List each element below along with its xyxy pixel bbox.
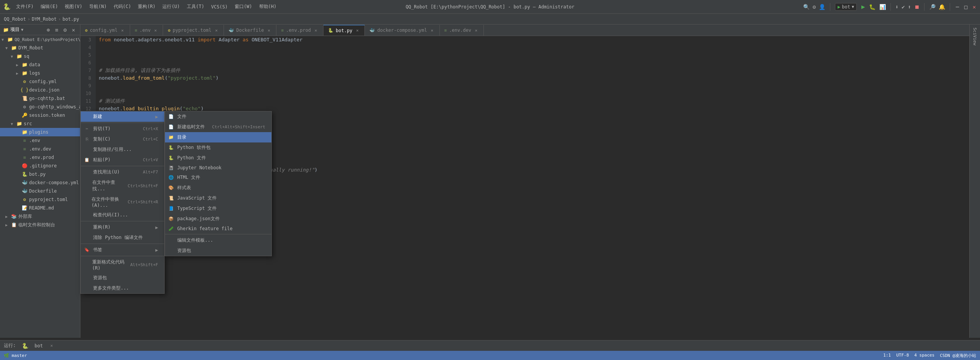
menu-code[interactable]: 代码(C)	[111, 2, 134, 11]
ctx-item-bookmarks[interactable]: 🔖 书签 ▶	[81, 245, 164, 255]
env-dev-tab-close[interactable]: ✕	[474, 28, 479, 33]
close-button[interactable]: ✕	[972, 4, 977, 10]
docker-compose-tab-close[interactable]: ✕	[430, 28, 435, 33]
breadcrumb-project[interactable]: DYM_Robot	[32, 16, 57, 22]
tab-docker-compose[interactable]: 🐳 docker-compose.yml ✕	[365, 25, 439, 36]
submenu-item-gherkin[interactable]: 🥒 Gherkin feature file	[165, 224, 271, 233]
tree-item-plugins[interactable]: 📁 plugins	[0, 128, 80, 136]
tree-item-session-token[interactable]: 🔑 session.token	[0, 111, 80, 119]
submenu-item-python-package[interactable]: 🐍 Python 软件包	[165, 142, 271, 153]
ctx-item-copy-path[interactable]: 复制路径/引用...	[81, 144, 164, 155]
menu-help[interactable]: 帮助(H)	[256, 2, 280, 11]
tab-config-yml[interactable]: ⚙ config.yml ✕	[80, 25, 130, 36]
tree-item-gitignore[interactable]: 🔴 .gitignore	[0, 162, 80, 170]
menu-refactor[interactable]: 重构(R)	[135, 2, 158, 11]
debug-button[interactable]: 🐛	[869, 4, 875, 10]
tree-item-device-json[interactable]: { } device.json	[0, 86, 80, 94]
submenu-item-ts[interactable]: 📘 TypeScript 文件	[165, 203, 271, 214]
collapse-all-icon[interactable]: ≡	[53, 27, 60, 33]
breadcrumb-file[interactable]: bot.py	[62, 16, 79, 22]
tree-item-bot-py[interactable]: 🐍 bot.py	[0, 170, 80, 178]
submenu-item-jupyter[interactable]: 📓 Jupyter Notebook	[165, 163, 271, 172]
tab-env[interactable]: ≡ .env ✕	[130, 25, 163, 36]
tree-item-config-yml[interactable]: ⚙ config.yml	[0, 77, 80, 86]
submenu-item-temp-file[interactable]: 📄 新建临时文件 Ctrl+Alt+Shift+Insert	[165, 122, 271, 132]
ctx-item-paste[interactable]: 📋 粘贴(P) Ctrl+V	[81, 155, 164, 165]
profile-button[interactable]: 📊	[879, 4, 886, 10]
menu-navigate[interactable]: 导航(N)	[86, 2, 110, 11]
submenu-item-edit-template[interactable]: 编辑文件模板...	[165, 235, 271, 245]
run-button[interactable]: ▶	[861, 3, 865, 10]
tree-item-qq-robot[interactable]: ▼ 📁 QQ_Robot E:\pythonProject\QQ_Robot	[0, 35, 80, 44]
tree-item-go-cqhttp-exe[interactable]: ⚙ go-cqhttp_windows_amd64.exe	[0, 103, 80, 111]
ctx-item-cut[interactable]: ✂ 剪切(T) Ctrl+X	[81, 124, 164, 134]
minimize-button[interactable]: ─	[955, 4, 960, 10]
ctx-item-refactor[interactable]: 重构(R) ▶	[81, 222, 164, 232]
tree-item-readme[interactable]: 📝 README.md	[0, 204, 80, 212]
tab-pyproject[interactable]: ⚙ pyproject.toml ✕	[163, 25, 224, 36]
submenu-item-python-file[interactable]: 🐍 Python 文件	[165, 153, 271, 163]
ctx-item-replace-in-files[interactable]: 在文件中替换(A)... Ctrl+Shift+R	[81, 194, 164, 210]
ctx-item-new[interactable]: 新建 ▶	[81, 111, 164, 122]
tab-env-dev[interactable]: ≡ .env.dev ✕	[440, 25, 484, 36]
bot-py-tab-close[interactable]: ✕	[354, 28, 360, 33]
sciview-icon[interactable]: SciView	[972, 26, 978, 47]
tree-item-go-cqhttp-bat[interactable]: 📜 go-cqhttp.bat	[0, 94, 80, 103]
tree-item-env-dev[interactable]: ≡ .env.dev	[0, 145, 80, 153]
tree-item-sq[interactable]: ▼ 📁 sq	[0, 52, 80, 61]
submenu-item-file[interactable]: 📄 文件	[165, 111, 271, 122]
ctx-item-find-in-files[interactable]: 在文件中查找... Ctrl+Shift+F	[81, 177, 164, 194]
run-close-button[interactable]: ✕	[49, 343, 54, 349]
submenu-item-directory[interactable]: 📁 目录	[165, 132, 271, 142]
ctx-item-reformat[interactable]: 重新格式化代码(R) Alt+Shift+F	[81, 257, 164, 273]
env-prod-tab-close[interactable]: ✕	[313, 28, 318, 33]
submenu-item-html[interactable]: 🌐 HTML 文件	[165, 172, 271, 183]
breadcrumb-root[interactable]: QQ_Robot	[4, 16, 26, 22]
submenu-item-js[interactable]: 📜 JavaScript 文件	[165, 193, 271, 203]
search-everywhere-icon[interactable]: 🔎	[929, 4, 936, 10]
pyproject-tab-close[interactable]: ✕	[214, 28, 219, 33]
submenu-item-resource[interactable]: 资源包	[165, 245, 271, 256]
submenu-item-package-json[interactable]: 📦 package.json文件	[165, 214, 271, 224]
menu-tools[interactable]: 工具(T)	[184, 2, 207, 11]
tree-item-src[interactable]: ▼ 📁 src	[0, 119, 80, 128]
env-tab-close[interactable]: ✕	[153, 28, 158, 33]
ctx-item-inspect-code[interactable]: 检查代码(I)...	[81, 210, 164, 220]
search-icon[interactable]: 🔍	[803, 4, 810, 10]
tree-item-env-prod[interactable]: ≡ .env.prod	[0, 153, 80, 162]
dockerfile-tab-close[interactable]: ✕	[266, 28, 271, 33]
menu-window[interactable]: 窗口(W)	[232, 2, 255, 11]
menu-file[interactable]: 文件(F)	[13, 2, 37, 11]
tree-item-data[interactable]: ▶ 📁 data	[0, 61, 80, 69]
status-line-col[interactable]: 1:1	[883, 353, 891, 358]
git-branch-icon[interactable]: 🌿 master	[4, 353, 27, 358]
tree-item-dym-robot[interactable]: ▼ 📁 DYM_Robot	[0, 44, 80, 52]
vcs-push-button[interactable]: ⬆	[908, 4, 911, 10]
run-config-selector[interactable]: ▶ bot ▼	[835, 3, 857, 11]
maximize-button[interactable]: □	[963, 4, 969, 10]
menu-edit[interactable]: 编辑(E)	[38, 2, 61, 11]
stop-button[interactable]: ⏹	[914, 4, 920, 10]
sidebar-settings-icon[interactable]: ⚙	[62, 27, 69, 33]
add-new-icon[interactable]: ⊕	[45, 27, 52, 33]
sidebar-close-icon[interactable]: ✕	[70, 27, 77, 33]
tab-env-prod[interactable]: ≡ .env.prod ✕	[276, 25, 323, 36]
ctx-item-find-usages[interactable]: 查找用法(U) Alt+F7	[81, 167, 164, 177]
ctx-item-copy[interactable]: ⎘ 复制(C) Ctrl+C	[81, 134, 164, 144]
vcs-update-button[interactable]: ⬇	[895, 4, 898, 10]
status-indent[interactable]: 4 spaces	[914, 353, 934, 358]
tree-item-env[interactable]: ≡ .env	[0, 136, 80, 145]
menu-run[interactable]: 运行(U)	[159, 2, 183, 11]
ctx-item-clean[interactable]: 清除 Python 编译文件	[81, 232, 164, 243]
config-yml-tab-close[interactable]: ✕	[120, 28, 125, 33]
tree-item-docker-compose[interactable]: 🐳 docker-compose.yml	[0, 178, 80, 187]
tree-item-pyproject-toml[interactable]: ⚙ pyproject.toml	[0, 195, 80, 204]
tree-item-dockerfile[interactable]: 🐳 Dockerfile	[0, 187, 80, 195]
menu-view[interactable]: 视图(V)	[62, 2, 85, 11]
ctx-item-more[interactable]: 更多文件类型...	[81, 283, 164, 293]
menu-vcs[interactable]: VCS(S)	[208, 3, 231, 11]
tree-item-logs[interactable]: ▶ 📁 logs	[0, 69, 80, 77]
sidebar-dropdown-icon[interactable]: ▼	[21, 28, 23, 32]
tab-bot-py[interactable]: 🐍 bot.py ✕	[323, 25, 365, 36]
submenu-item-stylesheet[interactable]: 🎨 样式表	[165, 183, 271, 193]
